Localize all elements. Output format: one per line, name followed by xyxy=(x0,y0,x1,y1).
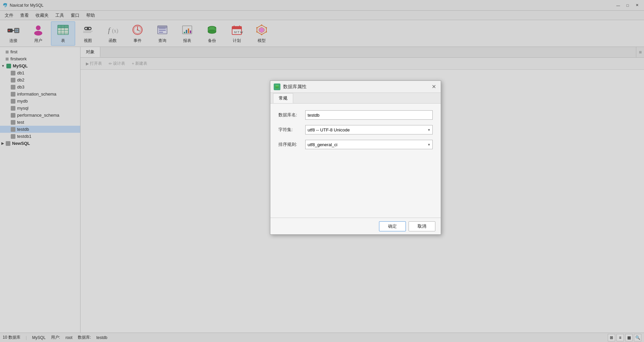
charset-select-wrapper: utf8 -- UTF-8 Unicode utf8mb4 -- UTF-8 U… xyxy=(305,125,433,134)
collation-label: 排序规则: xyxy=(278,141,305,148)
modal-db-icon xyxy=(274,83,280,90)
dbname-input[interactable] xyxy=(305,110,433,120)
charset-select[interactable]: utf8 -- UTF-8 Unicode utf8mb4 -- UTF-8 U… xyxy=(305,125,433,134)
modal-field-dbname: 数据库名: xyxy=(278,110,433,120)
modal-field-charset: 字符集: utf8 -- UTF-8 Unicode utf8mb4 -- UT… xyxy=(278,125,433,134)
collation-select-wrapper: utf8_general_ci utf8_unicode_ci utf8_bin… xyxy=(305,140,433,149)
dbname-label: 数据库名: xyxy=(278,112,305,118)
modal-overlay: 数据库属性 ✕ 常规 数据库名: 字符集: utf8 -- UTF-8 Unic… xyxy=(0,0,644,342)
modal-footer: 确定 取消 xyxy=(270,218,441,234)
modal-field-collation: 排序规则: utf8_general_ci utf8_unicode_ci ut… xyxy=(278,140,433,149)
modal-titlebar-left: 数据库属性 xyxy=(274,83,307,90)
modal-title: 数据库属性 xyxy=(283,84,307,90)
db-properties-modal: 数据库属性 ✕ 常规 数据库名: 字符集: utf8 -- UTF-8 Unic… xyxy=(270,80,441,235)
svg-point-61 xyxy=(275,85,279,87)
confirm-button[interactable]: 确定 xyxy=(379,221,406,231)
modal-tabs: 常规 xyxy=(270,93,441,104)
svg-point-60 xyxy=(275,87,279,88)
modal-close-button[interactable]: ✕ xyxy=(430,83,437,91)
modal-tab-general-label: 常规 xyxy=(279,96,287,101)
collation-select[interactable]: utf8_general_ci utf8_unicode_ci utf8_bin xyxy=(305,140,433,149)
modal-body: 数据库名: 字符集: utf8 -- UTF-8 Unicode utf8mb4… xyxy=(270,104,441,218)
cancel-button[interactable]: 取消 xyxy=(409,221,435,231)
modal-titlebar: 数据库属性 ✕ xyxy=(270,81,441,93)
modal-tab-general[interactable]: 常规 xyxy=(273,93,293,103)
charset-label: 字符集: xyxy=(278,127,305,133)
